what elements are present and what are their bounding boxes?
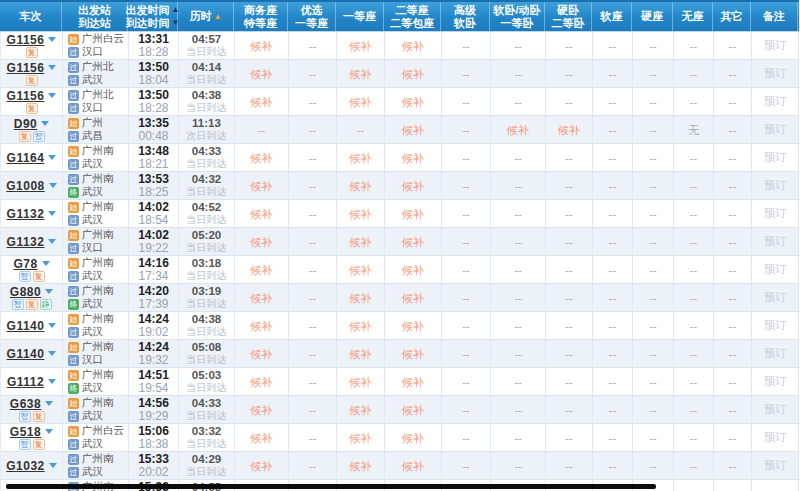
expand-stops-arrow-icon[interactable] [48,323,56,328]
seat-availability: 候补 [402,152,424,164]
expand-stops-arrow-icon[interactable] [42,261,50,266]
expand-stops-arrow-icon[interactable] [49,183,57,188]
train-number-link[interactable]: G880 [10,285,41,299]
col-header-label: 一等座 [295,17,328,30]
book-button[interactable]: 预订 [764,122,786,137]
book-button[interactable]: 预订 [764,374,786,389]
train-number-link[interactable]: G638 [10,397,41,411]
seat-availability: -- [729,376,736,388]
train-number-link[interactable]: G1156 [7,61,45,75]
book-button[interactable]: 预订 [764,206,786,221]
train-number-link[interactable]: D90 [14,117,38,131]
expand-stops-arrow-icon[interactable] [41,121,49,126]
seat-availability: -- [565,376,572,388]
train-number-link[interactable]: G1132 [7,235,45,249]
book-button[interactable]: 预订 [764,234,786,249]
col-header-duration[interactable]: 历时▲ [178,2,234,31]
train-number-link[interactable]: G1156 [7,33,45,47]
seat-cell-business-premium: 候补 [235,424,289,451]
duration-cell: 04:52当日到达 [179,200,235,227]
expand-stops-arrow-icon[interactable] [49,463,57,468]
times-cell: 15:0618:38 [129,424,179,451]
expand-stops-arrow-icon[interactable] [45,289,53,294]
expand-stops-arrow-icon[interactable] [48,93,56,98]
seat-availability: -- [462,152,469,164]
seat-cell-hard-seat: -- [633,116,674,143]
seat-availability: 候补 [350,264,372,276]
book-button[interactable]: 预订 [764,430,786,445]
expand-stops-arrow-icon[interactable] [48,379,56,384]
col-header-times[interactable]: 出发时间▲到达时间▼ [128,2,178,31]
train-number-link[interactable]: G518 [10,425,41,439]
depart-station: 始广州 [63,117,128,130]
seat-cell-preferred-first: -- [289,368,337,395]
depart-time: 14:16 [138,257,169,270]
train-number-link[interactable]: G1008 [6,179,45,193]
expand-stops-arrow-icon[interactable] [45,429,53,434]
book-button[interactable]: 预订 [764,402,786,417]
seat-cell-soft-sleeper: -- [491,452,546,479]
station-type-icon-pass: 过 [68,327,79,338]
badge-jing: 静 [40,299,52,310]
sort-duration-asc-icon[interactable]: ▲ [214,12,222,22]
expand-stops-arrow-icon[interactable] [48,37,56,42]
book-button[interactable]: 预订 [764,262,786,277]
expand-stops-arrow-icon[interactable] [48,351,56,356]
expand-stops-arrow-icon[interactable] [45,401,53,406]
book-button[interactable]: 预订 [764,66,786,81]
duration-value: 04:33 [192,145,221,158]
seat-availability: 候补 [402,292,424,304]
train-row: G78智复始广州南过武汉14:1617:3403:18当日到达候补--候补候补-… [1,256,799,284]
badge-zhi: 智 [19,439,31,450]
times-cell: 15:3320:02 [129,452,179,479]
train-number-link[interactable]: G1132 [7,207,45,221]
col-header-label: 二等包座 [390,17,434,30]
train-number-link[interactable]: G1032 [6,459,45,473]
book-button[interactable]: 预订 [764,94,786,109]
seat-availability: -- [309,376,316,388]
col-header-label: 二等座 [396,4,429,17]
book-button[interactable]: 预订 [764,178,786,193]
expand-stops-arrow-icon[interactable] [48,155,56,160]
train-number-link[interactable]: G1140 [7,347,45,361]
book-button[interactable]: 预订 [764,38,786,53]
badge-fu: 复 [33,439,45,450]
seat-cell-other: -- [714,396,752,423]
train-number-link[interactable]: G78 [13,257,37,271]
arrive-station-name: 武汉 [82,73,103,87]
seat-availability: -- [514,348,521,360]
train-number-link[interactable]: G1112 [7,375,44,389]
book-button[interactable]: 预订 [764,150,786,165]
book-button[interactable]: 预订 [764,290,786,305]
seat-availability: -- [462,264,469,276]
seat-availability: -- [462,376,469,388]
depart-station-name: 广州南 [82,312,114,326]
book-button[interactable]: 预订 [764,318,786,333]
depart-station-name: 广州南 [82,396,114,410]
duration-cell: 05:20当日到达 [179,228,235,255]
book-button[interactable]: 预订 [764,346,786,361]
arrive-station-name: 武汉 [82,465,103,479]
train-number-link[interactable]: G1156 [7,89,45,103]
book-button[interactable]: 预订 [764,458,786,473]
expand-stops-arrow-icon[interactable] [48,65,56,70]
seat-availability: 候补 [251,68,273,80]
seat-cell-superior-soft-sleeper: -- [442,312,491,339]
duration-cell: 04:33当日到达 [179,144,235,171]
seat-cell-first-class: 候补 [337,396,385,423]
seat-availability: 候补 [251,376,273,388]
seat-cell-other [714,480,752,491]
seat-cell-soft-sleeper: -- [491,312,546,339]
expand-stops-arrow-icon[interactable] [48,239,56,244]
duration-value: 04:57 [192,33,221,46]
expand-stops-arrow-icon[interactable] [48,211,56,216]
train-number-link[interactable]: G1140 [7,319,45,333]
train-row: G1140始广州南过汉口14:2419:3205:08当日到达候补--候补候补-… [1,340,799,368]
seat-availability: -- [649,208,656,220]
train-number-link[interactable]: G1164 [7,151,45,165]
arrive-station-name: 汉口 [82,241,103,255]
depart-station: 始广州南 [63,313,128,326]
depart-station-name: 广州南 [82,200,114,214]
seat-availability: -- [649,124,656,136]
depart-station-name: 广州南 [82,284,114,298]
